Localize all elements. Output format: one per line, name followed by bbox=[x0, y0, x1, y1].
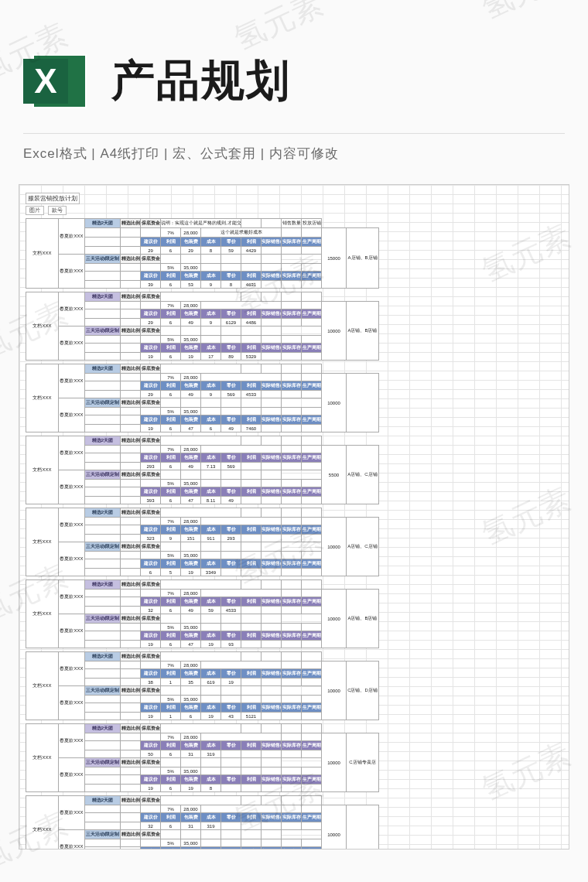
feature-subtitle: Excel格式 | A4纸打印 | 宏、公式套用 | 内容可修改 bbox=[23, 133, 565, 162]
page-header: X 产品规划 bbox=[0, 0, 588, 127]
page-title: 产品规划 bbox=[111, 52, 291, 111]
product-block: 文档XXX 春夏款XXX 精选2天团 精选比例保底资金 7%28,000 100… bbox=[26, 508, 368, 576]
spreadsheet-preview: 服装营销投放计划 图片 款号 文档XXX 春夏款XXX 精选2天团 精选比例保底… bbox=[19, 184, 569, 850]
product-block: 文档XXX 春夏款XXX 精选2天团 精选比例保底资金 7%28,000 100… bbox=[26, 651, 368, 720]
tag-ref-col: 款号 bbox=[48, 206, 67, 215]
plan-title-cell: 服装营销投放计划 bbox=[26, 193, 80, 204]
product-block: 文档XXX 春夏款XXX 精选2天团 精选比例保底资金 7%28,000 100… bbox=[26, 292, 368, 361]
product-block: 文档XXX 春夏款XXX 精选2天团 精选比例保底资金 7%28,000 550… bbox=[26, 436, 368, 504]
product-block: 文档XXX 春夏款XXX 精选2天团 精选比例保底资金 7%28,000 100… bbox=[26, 723, 368, 792]
product-block: 文档XXX 春夏款XXX 精选2天团 精选比例保底资金 7%28,000 100… bbox=[26, 795, 368, 849]
excel-icon-letter: X bbox=[34, 62, 56, 101]
excel-icon: X bbox=[23, 46, 93, 116]
product-block: 文档XXX 春夏款XXX 精选2天团 精选比例保底资金 7%28,000 100… bbox=[26, 579, 368, 648]
product-block: 文档XXX 春夏款XXX 精选2天团 精选比例保底资金 说明：实现这个就是严格的… bbox=[26, 218, 368, 289]
product-block: 文档XXX 春夏款XXX 精选2天团 精选比例保底资金 7%28,000 100… bbox=[26, 364, 368, 432]
tag-image-col: 图片 bbox=[26, 206, 44, 215]
spreadsheet-content: 服装营销投放计划 图片 款号 文档XXX 春夏款XXX 精选2天团 精选比例保底… bbox=[26, 190, 368, 849]
